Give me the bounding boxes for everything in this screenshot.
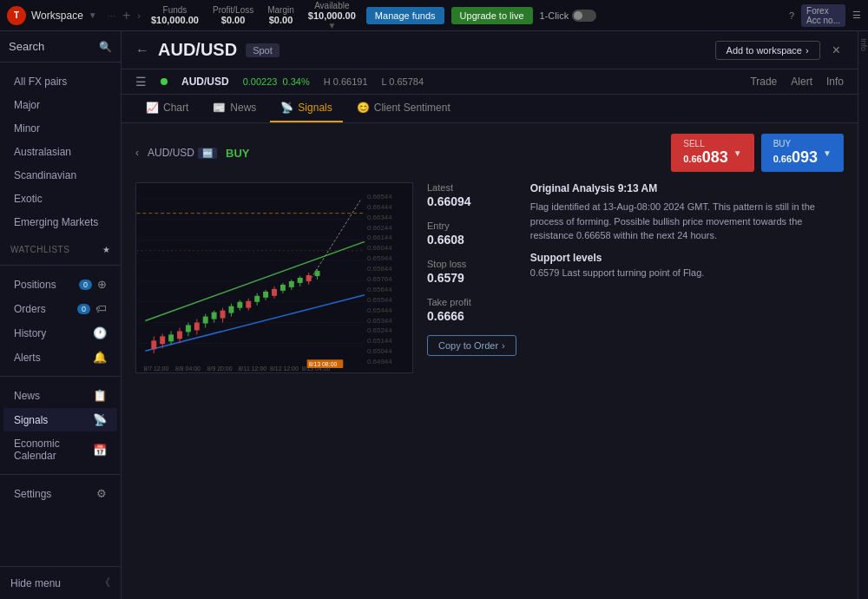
watchlists-label: WATCHLISTS bbox=[10, 245, 69, 254]
svg-text:0.65344: 0.65344 bbox=[367, 317, 392, 325]
sidebar-item-signals[interactable]: Signals 📡 bbox=[3, 408, 117, 431]
signal-data-panel: Latest 0.66094 Entry 0.6608 Stop loss 0.… bbox=[427, 182, 844, 373]
pair-tabs-right: Trade Alert Info bbox=[750, 76, 844, 88]
hamburger-icon[interactable]: ☰ bbox=[135, 75, 147, 89]
signal-pair-label: AUD/USD bbox=[148, 147, 194, 159]
add-tab-icon[interactable]: + bbox=[122, 8, 130, 23]
sell-price: 0.66083 bbox=[683, 150, 727, 165]
svg-rect-48 bbox=[228, 306, 233, 313]
svg-text:0.66144: 0.66144 bbox=[367, 234, 392, 241]
back-arrow-button[interactable]: ← bbox=[135, 43, 149, 58]
sidebar-item-australasian[interactable]: Australasian bbox=[3, 141, 117, 163]
pair-title: AUD/USD bbox=[158, 40, 237, 60]
sidebar-item-news[interactable]: News 📋 bbox=[3, 384, 117, 407]
svg-rect-58 bbox=[272, 289, 277, 296]
sell-price-box[interactable]: SELL 0.66083 ▼ bbox=[671, 134, 753, 172]
info-tab-link[interactable]: Info bbox=[826, 76, 844, 88]
signal-main-grid: 0.66544 0.66444 0.66344 0.66244 0.66144 … bbox=[135, 182, 844, 373]
sidebar-item-exotic[interactable]: Exotic bbox=[3, 188, 117, 210]
upgrade-live-button[interactable]: Upgrade to live bbox=[451, 7, 533, 24]
funds-stat: Funds $10,000.00 bbox=[151, 5, 199, 25]
tab-client-sentiment[interactable]: 😊 Client Sentiment bbox=[346, 95, 461, 122]
stoploss-label: Stop loss bbox=[427, 259, 516, 269]
logo-icon: T bbox=[7, 6, 26, 25]
sidebar-item-positions[interactable]: Positions 0 ⊕ bbox=[3, 273, 117, 296]
copy-order-button[interactable]: Copy to Order › bbox=[427, 335, 516, 356]
news-tab-icon: 📰 bbox=[213, 102, 226, 114]
minor-label: Minor bbox=[14, 122, 40, 135]
sell-price-bold: 083 bbox=[702, 148, 728, 166]
sidebar-item-alerts[interactable]: Alerts 🔔 bbox=[3, 346, 117, 369]
svg-text:0.65764: 0.65764 bbox=[367, 275, 392, 283]
alert-tab-link[interactable]: Alert bbox=[791, 76, 812, 88]
pair-change-value: 0.00223 0.34% bbox=[243, 76, 310, 87]
takeprofit-field: Take profit 0.6666 bbox=[427, 297, 516, 323]
tab-signals[interactable]: 📡 Signals bbox=[270, 95, 342, 122]
takeprofit-label: Take profit bbox=[427, 297, 516, 307]
workspace-dropdown-icon[interactable]: ▼ bbox=[89, 10, 97, 20]
history-label: History bbox=[14, 327, 46, 339]
chart-tab-label: Chart bbox=[163, 102, 188, 114]
signals-label: Signals bbox=[14, 414, 48, 426]
svg-text:0.65644: 0.65644 bbox=[367, 286, 392, 293]
exotic-label: Exotic bbox=[14, 193, 43, 205]
sidebar-item-settings[interactable]: Settings ⚙ bbox=[3, 482, 117, 505]
sidebar-item-scandinavian[interactable]: Scandinavian bbox=[3, 164, 117, 187]
sell-box-inner: SELL 0.66083 bbox=[683, 139, 727, 167]
pair-high: H 0.66191 bbox=[324, 76, 368, 87]
news-icon: 📋 bbox=[93, 389, 107, 402]
add-workspace-arrow-icon: › bbox=[806, 45, 809, 56]
svg-text:8/12 12:00: 8/12 12:00 bbox=[270, 365, 299, 372]
svg-text:0.64944: 0.64944 bbox=[367, 358, 392, 365]
svg-text:0.66444: 0.66444 bbox=[367, 203, 392, 211]
pair-low: L 0.65784 bbox=[382, 76, 424, 87]
client-sentiment-icon: 😊 bbox=[357, 102, 370, 114]
svg-rect-68 bbox=[315, 271, 320, 276]
sidebar-item-all-fx[interactable]: All FX pairs bbox=[3, 70, 117, 93]
signal-right-column: Original Analysis 9:13 AM Flag identifie… bbox=[530, 182, 844, 373]
one-click-toggle[interactable]: 1-Click bbox=[540, 10, 597, 22]
help-icon[interactable]: ? bbox=[789, 10, 794, 21]
pair-name-label: AUD/USD bbox=[181, 76, 229, 88]
one-click-switch[interactable] bbox=[572, 10, 596, 22]
pnl-value: $0.00 bbox=[221, 15, 246, 25]
major-label: Major bbox=[14, 99, 40, 111]
sidebar-item-minor[interactable]: Minor bbox=[3, 117, 117, 140]
entry-label: Entry bbox=[427, 221, 516, 231]
analysis-text: Flag identified at 13-Aug-08:00 2024 GMT… bbox=[530, 200, 844, 243]
add-workspace-button[interactable]: Add to workspace › bbox=[715, 41, 820, 60]
sidebar-item-history[interactable]: History 🕐 bbox=[3, 321, 117, 345]
tab-news[interactable]: 📰 News bbox=[202, 95, 266, 122]
latest-label: Latest bbox=[427, 182, 516, 193]
margin-label: Margin bbox=[267, 5, 294, 15]
tab-chart[interactable]: 📈 Chart bbox=[135, 95, 199, 122]
right-panel: Info bbox=[858, 31, 868, 599]
pnl-label: Profit/Loss bbox=[213, 5, 253, 15]
pnl-stat: Profit/Loss $0.00 bbox=[213, 5, 253, 25]
calendar-icon: 📅 bbox=[93, 444, 107, 457]
settings-label: Settings bbox=[14, 488, 51, 500]
alerts-label: Alerts bbox=[14, 352, 41, 364]
menu-icon[interactable]: ☰ bbox=[852, 10, 861, 21]
manage-funds-button[interactable]: Manage funds bbox=[366, 7, 444, 24]
sidebar-item-economic-calendar[interactable]: Economic Calendar 📅 bbox=[3, 432, 117, 467]
sidebar-item-emerging[interactable]: Emerging Markets bbox=[3, 211, 117, 234]
sidebar-item-major[interactable]: Major bbox=[3, 94, 117, 116]
signal-nav-left-icon[interactable]: ‹ bbox=[135, 147, 139, 159]
support-text: 0.6579 Last support turning point of Fla… bbox=[530, 267, 844, 278]
svg-rect-50 bbox=[237, 302, 242, 308]
watchlists-star-icon[interactable]: ★ bbox=[102, 245, 111, 254]
search-icon[interactable]: 🔍 bbox=[99, 41, 112, 53]
workspace-label: Workspace bbox=[31, 10, 83, 22]
close-button[interactable]: × bbox=[829, 43, 844, 58]
svg-text:8/7 12:00: 8/7 12:00 bbox=[143, 365, 168, 372]
buy-price-box[interactable]: BUY 0.66093 ▼ bbox=[761, 134, 844, 172]
hide-menu-button[interactable]: Hide menu 《 bbox=[0, 566, 121, 599]
all-fx-label: All FX pairs bbox=[14, 76, 67, 88]
sidebar-item-orders[interactable]: Orders 0 🏷 bbox=[3, 297, 117, 320]
economic-calendar-label: Economic Calendar bbox=[14, 438, 88, 462]
buy-label-price: BUY bbox=[773, 139, 818, 148]
trade-tab-link[interactable]: Trade bbox=[750, 76, 777, 88]
signals-tab-icon: 📡 bbox=[280, 102, 293, 114]
alerts-icon: 🔔 bbox=[93, 351, 107, 364]
